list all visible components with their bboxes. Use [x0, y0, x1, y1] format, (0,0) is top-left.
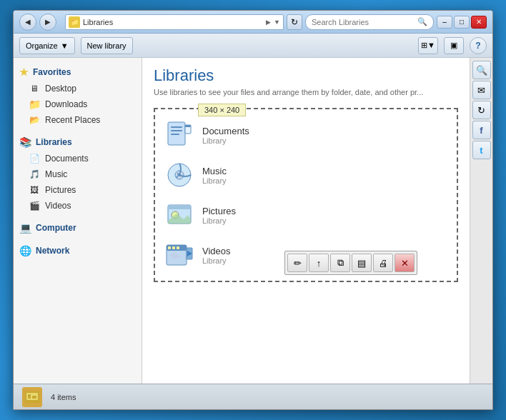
right-search-button[interactable]: 🔍 [472, 61, 491, 79]
help-button[interactable]: ? [470, 37, 487, 54]
title-bar-left: ◀ ▶ 📁 Libraries ▶ ▼ ↻ 🔍 [19, 14, 434, 31]
svg-rect-22 [28, 394, 31, 399]
library-item-documents[interactable]: Documents Library [161, 115, 451, 155]
float-close-button[interactable]: ✕ [395, 254, 415, 272]
layout-icon: ▣ [450, 41, 457, 50]
sidebar-item-downloads[interactable]: 📁 Downloads [14, 96, 142, 112]
recent-places-label: Recent Places [45, 115, 100, 125]
svg-rect-5 [185, 125, 191, 127]
help-label: ? [475, 41, 480, 51]
lib-music-type: Library [202, 176, 227, 185]
libraries-icon: 📚 [19, 136, 31, 148]
svg-rect-15 [168, 246, 171, 249]
search-input[interactable] [312, 18, 415, 26]
favorites-header[interactable]: ★ Favorites [14, 64, 142, 81]
print-icon: 🖨 [379, 258, 388, 269]
lib-music-icon: ♪ [164, 159, 195, 191]
documents-icon: 📄 [28, 153, 41, 164]
lib-music-info: Music Library [202, 166, 227, 185]
right-facebook-icon: f [480, 125, 482, 136]
main-window: ◀ ▶ 📁 Libraries ▶ ▼ ↻ 🔍 – □ ✕ Organize ▼ [13, 10, 493, 410]
music-icon: 🎵 [28, 169, 41, 180]
close-button[interactable]: ✕ [471, 16, 487, 29]
right-twitter-button[interactable]: t [472, 141, 491, 159]
computer-icon: 💻 [19, 222, 31, 234]
lib-pictures-name: Pictures [202, 206, 236, 216]
status-count: 4 items [51, 393, 76, 401]
star-icon: ★ [19, 66, 29, 78]
refresh-button[interactable]: ↻ [287, 14, 302, 30]
downloads-icon: 📁 [28, 99, 41, 110]
libraries-header[interactable]: 📚 Libraries [14, 134, 142, 151]
network-label: Network [36, 246, 69, 256]
grid-icon: ▤ [357, 258, 366, 269]
libraries-section: 📚 Libraries 📄 Documents 🎵 Music 🖼 Pictur… [14, 134, 142, 214]
desktop-icon: 🖥 [28, 83, 41, 94]
lib-videos-icon [164, 239, 195, 271]
lib-documents-info: Documents Library [202, 126, 249, 145]
right-mail-icon: ✉ [477, 85, 485, 96]
organize-button[interactable]: Organize ▼ [19, 37, 75, 54]
minimize-button[interactable]: – [437, 16, 452, 29]
content-title: Libraries [154, 66, 458, 85]
svg-rect-1 [171, 126, 182, 128]
svg-rect-11 [168, 205, 191, 209]
view-button[interactable]: ⊞▼ [418, 37, 438, 54]
new-library-button[interactable]: New library [81, 37, 133, 54]
favorites-label: Favorites [33, 67, 71, 77]
sidebar-item-desktop[interactable]: 🖥 Desktop [14, 81, 142, 96]
address-path: Libraries [83, 18, 263, 26]
music-label: Music [45, 169, 67, 179]
organize-arrow: ▼ [61, 41, 69, 50]
sidebar-item-pictures[interactable]: 🖼 Pictures [14, 182, 142, 198]
lib-pictures-info: Pictures Library [202, 206, 236, 225]
lib-music-name: Music [202, 166, 227, 176]
lib-videos-info: Videos Library [202, 246, 231, 265]
toolbar: Organize ▼ New library ⊞▼ ▣ ? [14, 34, 492, 58]
recent-icon: 📂 [28, 114, 41, 126]
upload-button[interactable]: ↑ [309, 254, 329, 272]
favorites-section: ★ Favorites 🖥 Desktop 📁 Downloads 📂 Rece… [14, 64, 142, 128]
library-item-pictures[interactable]: Pictures Library [161, 195, 451, 235]
status-icon [22, 387, 42, 407]
svg-text:♪: ♪ [175, 169, 180, 180]
forward-button[interactable]: ▶ [39, 14, 56, 31]
address-bar[interactable]: 📁 Libraries ▶ ▼ [65, 14, 284, 30]
svg-rect-3 [171, 134, 179, 135]
computer-header[interactable]: 💻 Computer [14, 219, 142, 236]
right-facebook-button[interactable]: f [472, 121, 491, 139]
network-section: 🌐 Network [14, 242, 142, 259]
videos-icon: 🎬 [28, 200, 41, 211]
right-refresh-button[interactable]: ↻ [472, 101, 491, 119]
sidebar-item-recent-places[interactable]: 📂 Recent Places [14, 112, 142, 128]
library-item-music[interactable]: ♪ Music Library [161, 155, 451, 195]
maximize-button[interactable]: □ [454, 16, 470, 29]
right-mail-button[interactable]: ✉ [472, 81, 491, 99]
address-dropdown-arrow[interactable]: ▼ [274, 19, 280, 26]
lib-videos-name: Videos [202, 246, 231, 256]
computer-section: 💻 Computer [14, 219, 142, 236]
main-content: ★ Favorites 🖥 Desktop 📁 Downloads 📂 Rece… [14, 58, 492, 384]
videos-label: Videos [45, 201, 71, 211]
edit-button[interactable]: ✏ [287, 254, 307, 272]
edit-icon: ✏ [294, 258, 302, 269]
computer-label: Computer [36, 223, 76, 233]
copy-button[interactable]: ⧉ [330, 254, 350, 272]
lib-documents-icon [164, 119, 195, 151]
lib-pictures-type: Library [202, 216, 236, 225]
search-icon[interactable]: 🔍 [417, 17, 427, 26]
svg-rect-17 [177, 246, 179, 249]
window-controls: – □ ✕ [437, 16, 487, 29]
selection-box: 340 × 240 [154, 108, 458, 282]
grid-button[interactable]: ▤ [352, 254, 372, 272]
layout-button[interactable]: ▣ [444, 37, 464, 54]
print-button[interactable]: 🖨 [373, 254, 393, 272]
content-description: Use libraries to see your files and arra… [154, 88, 458, 96]
desktop-label: Desktop [45, 84, 76, 94]
svg-rect-2 [171, 130, 182, 131]
sidebar-item-documents[interactable]: 📄 Documents [14, 151, 142, 166]
back-button[interactable]: ◀ [19, 14, 36, 31]
network-header[interactable]: 🌐 Network [14, 242, 142, 259]
sidebar-item-videos[interactable]: 🎬 Videos [14, 198, 142, 214]
sidebar-item-music[interactable]: 🎵 Music [14, 166, 142, 182]
